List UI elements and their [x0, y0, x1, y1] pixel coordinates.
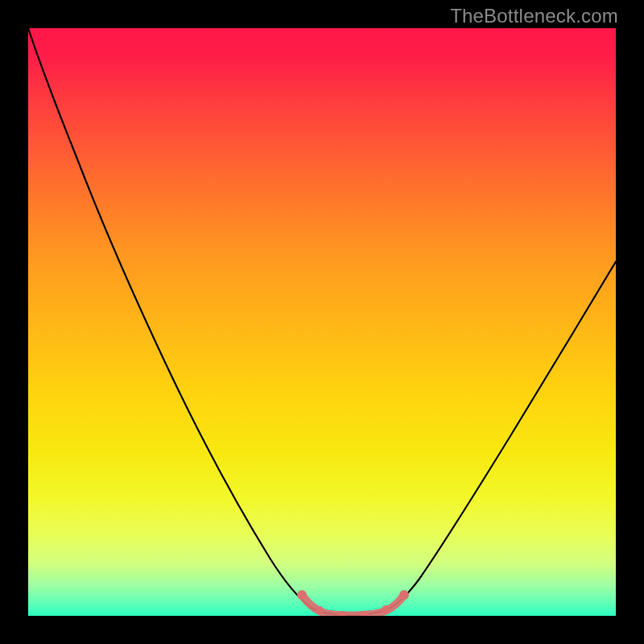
- chart-svg: [28, 28, 616, 616]
- highlight-dot-right: [399, 590, 409, 600]
- highlight-dot-2: [316, 606, 324, 614]
- highlight-dot-5: [382, 605, 390, 613]
- plot-area: [28, 28, 616, 616]
- curve-line: [28, 28, 616, 615]
- chart-frame: TheBottleneck.com: [0, 0, 644, 644]
- watermark-text: TheBottleneck.com: [450, 5, 618, 27]
- highlight-dot-left: [297, 590, 307, 600]
